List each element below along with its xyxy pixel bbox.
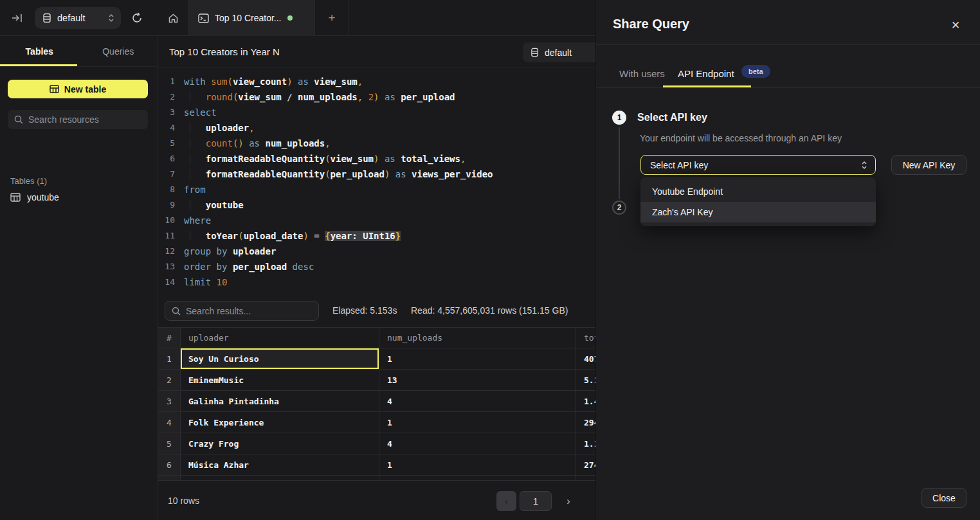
num-uploads-cell[interactable]: 1 [379,348,576,369]
code-text: limit 10 [184,274,227,290]
code-line[interactable]: 12group by uploader [158,244,595,259]
code-text: where [184,213,211,228]
select-api-key-description: Your endpoint will be accessed through a… [640,133,842,143]
line-number: 14 [158,274,175,290]
share-panel-tabs: With users API Endpoint beta [596,45,980,88]
close-icon: ✕ [951,19,960,31]
row-index-cell: 1 [158,348,181,369]
uploader-cell[interactable]: Soy Un Curioso [181,348,379,369]
uploader-cell[interactable]: Crazy Frog [181,433,379,454]
elapsed-stat: Elapsed: 5.153s [332,305,397,316]
num-uploads-cell[interactable]: 4 [379,433,576,454]
close-button[interactable]: Close [921,488,966,508]
api-key-select[interactable]: Select API key [640,155,876,175]
column-header-index: # [158,328,181,348]
database-icon [42,13,51,23]
beta-badge: beta [741,65,770,78]
code-text: formatReadableQuantity(view_sum) as tota… [184,151,466,166]
tab-api-endpoint[interactable]: API Endpoint [678,68,734,79]
api-key-menu-item[interactable]: Youtube Endpoint [640,181,876,202]
table-icon [10,193,21,202]
line-number: 13 [158,259,175,274]
code-line[interactable]: 13order by per_upload desc [158,259,595,274]
home-button[interactable] [158,0,189,36]
new-api-key-button[interactable]: New API Key [891,155,966,175]
uploader-cell[interactable] [181,476,379,480]
new-table-button[interactable]: New table [8,80,148,98]
query-tab[interactable]: Top 10 Creator... [189,0,315,36]
share-panel-header: Share Query ✕ [596,0,980,45]
code-line[interactable]: 2 round(view_sum / num_uploads, 2) as pe… [158,89,595,105]
sidebar-item-youtube[interactable]: youtube [10,192,59,202]
close-panel-button[interactable]: ✕ [948,18,963,32]
code-text: youtube [184,197,244,213]
code-text: from [184,182,206,197]
code-line[interactable]: 11 toYear(upload_date) = {year: UInt16} [158,228,595,244]
uploader-cell[interactable]: Galinha Pintadinha [181,391,379,411]
database-selector-label: default [57,13,102,23]
sql-editor[interactable]: 1with sum(view_count) as view_sum,2 roun… [158,74,595,290]
code-line[interactable]: 3select [158,105,595,120]
refresh-button[interactable] [130,11,144,25]
api-key-menu-item[interactable]: Zach's API Key [640,202,876,222]
code-line[interactable]: 10where [158,213,595,228]
query-database-label: default [545,48,572,58]
tab-with-users[interactable]: With users [619,68,665,79]
num-uploads-cell[interactable]: 1 [379,412,576,433]
code-line[interactable]: 4 uploader, [158,120,595,136]
collapse-sidebar-button[interactable] [10,12,24,24]
uploader-cell[interactable]: EminemMusic [181,370,379,390]
code-line[interactable]: 6 formatReadableQuantity(view_sum) as to… [158,151,595,166]
table-name: youtube [27,192,59,202]
plus-icon: + [328,11,335,25]
code-line[interactable]: 7 formatReadableQuantity(per_upload) as … [158,166,595,182]
new-tab-button[interactable]: + [315,0,349,36]
num-uploads-cell[interactable] [379,476,576,480]
line-number: 10 [158,213,175,228]
code-text: count() as num_uploads, [184,136,331,151]
row-index-cell: 2 [158,370,181,390]
column-header-num-uploads[interactable]: num_uploads [379,328,576,348]
sidebar-search-input[interactable] [28,114,141,125]
sidebar: Tables Queries New table Tables (1) [0,36,158,520]
chevron-updown-icon [861,161,867,170]
line-number: 12 [158,244,175,259]
num-uploads-cell[interactable]: 4 [379,391,576,411]
row-index-cell [158,476,181,480]
search-icon [14,115,23,124]
active-tab-underline [663,85,751,87]
uploader-cell[interactable]: Música Azhar [181,454,379,475]
results-toolbar: Elapsed: 5.153s Read: 4,557,605,031 rows… [158,301,595,321]
code-text: round(view_sum / num_uploads, 2) as per_… [184,89,455,105]
num-uploads-cell[interactable]: 1 [379,454,576,475]
uploader-cell[interactable]: Folk Experience [181,412,379,433]
code-text: formatReadableQuantity(per_upload) as vi… [184,166,493,182]
code-text: uploader, [184,120,255,136]
query-title: Top 10 Creators in Year N [169,46,280,57]
chevron-right-icon: › [567,496,570,507]
code-line[interactable]: 14limit 10 [158,274,595,290]
database-selector[interactable]: default [35,7,121,29]
search-icon [172,307,181,316]
code-line[interactable]: 8from [158,182,595,197]
line-number: 7 [158,166,175,182]
tab-queries[interactable]: Queries [79,36,158,66]
chevron-updown-icon [108,13,114,22]
pagination-page-button[interactable]: 1 [520,491,552,511]
code-line[interactable]: 9 youtube [158,197,595,213]
num-uploads-cell[interactable]: 13 [379,370,576,390]
pagination-prev-button[interactable]: ‹ [496,491,516,511]
database-icon [531,48,539,57]
code-line[interactable]: 5 count() as num_uploads, [158,136,595,151]
line-number: 8 [158,182,175,197]
column-header-uploader[interactable]: uploader [181,328,379,348]
pagination-next-button[interactable]: › [559,491,577,511]
collapse-sidebar-icon [12,13,23,23]
code-line[interactable]: 1with sum(view_count) as view_sum, [158,74,595,89]
results-search-input[interactable] [186,306,312,316]
row-index-cell: 6 [158,454,181,475]
code-text: order by per_upload desc [184,259,314,274]
line-number: 1 [158,74,175,89]
tab-tables[interactable]: Tables [0,36,79,66]
table-icon [50,85,59,93]
